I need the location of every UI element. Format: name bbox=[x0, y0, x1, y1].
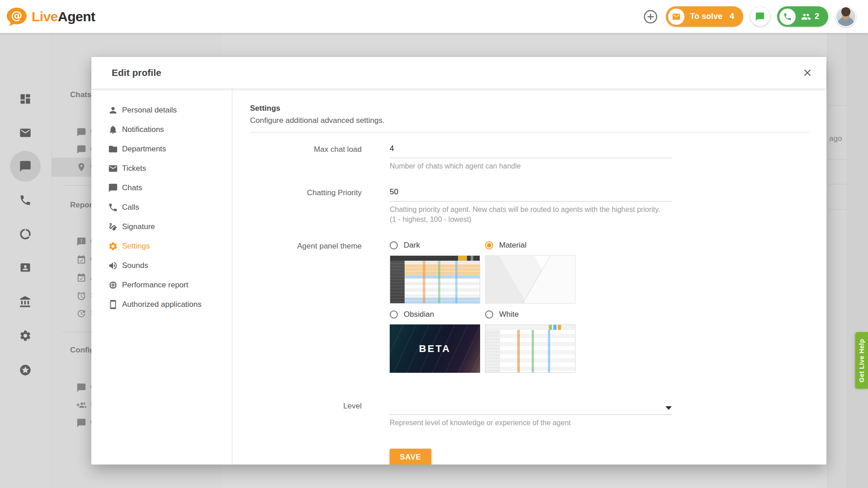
theme-obsidian-thumbnail[interactable]: BETA bbox=[390, 324, 480, 373]
thumbnail-rows bbox=[500, 330, 575, 372]
settings-subheading: Configure additional advanced settings. bbox=[250, 116, 809, 125]
menu-item-label: Performance report bbox=[122, 281, 188, 290]
theme-option-label: Material bbox=[499, 241, 526, 250]
level-helper: Represent level of knowledge or experien… bbox=[390, 418, 661, 428]
brand-live: Live bbox=[32, 9, 58, 24]
chats-button[interactable] bbox=[750, 7, 770, 26]
theme-white-thumbnail[interactable] bbox=[485, 324, 576, 373]
user-avatar[interactable] bbox=[835, 6, 856, 27]
bell-icon bbox=[108, 125, 118, 135]
theme-material-thumbnail[interactable] bbox=[485, 255, 576, 304]
liveagent-bubble-icon: @ bbox=[6, 7, 27, 26]
modal-header: Edit profile bbox=[91, 57, 826, 89]
thumbnail-sidebar bbox=[486, 330, 500, 372]
get-live-help-tab[interactable]: Get Live Help bbox=[855, 332, 868, 389]
chatting-priority-label: Chatting Priority bbox=[250, 188, 362, 197]
to-solve-label: To solve bbox=[690, 12, 722, 21]
menu-item-signature[interactable]: Signature bbox=[91, 217, 232, 236]
close-icon bbox=[802, 68, 812, 78]
calls-count: 2 bbox=[815, 12, 819, 21]
level-label: Level bbox=[250, 401, 362, 411]
menu-item-settings[interactable]: Settings bbox=[91, 236, 232, 256]
chat-icon bbox=[108, 183, 118, 193]
person-icon bbox=[108, 105, 118, 115]
agent-panel-theme-row: Agent panel theme Dark Material bbox=[250, 241, 809, 379]
chat-icon bbox=[755, 12, 765, 22]
thumbnail-topbar bbox=[486, 325, 575, 330]
close-button[interactable] bbox=[799, 65, 816, 81]
menu-item-label: Notifications bbox=[122, 125, 164, 134]
theme-option-material[interactable]: Material bbox=[485, 241, 580, 250]
max-chat-load-label: Max chat load bbox=[250, 144, 362, 154]
add-button[interactable] bbox=[642, 9, 659, 25]
to-solve-envelope-circle bbox=[668, 9, 684, 25]
menu-item-label: Chats bbox=[122, 183, 142, 192]
people-icon bbox=[801, 12, 811, 22]
beta-badge: BETA bbox=[419, 343, 451, 355]
menu-item-label: Settings bbox=[122, 242, 150, 251]
level-row: Level Represent level of knowledge or ex… bbox=[250, 401, 809, 428]
menu-item-label: Authorized applications bbox=[122, 300, 202, 309]
menu-item-performance-report[interactable]: Performance report bbox=[91, 275, 232, 295]
envelope-icon bbox=[672, 12, 681, 21]
folder-icon bbox=[108, 144, 118, 154]
theme-option-label: Dark bbox=[404, 241, 420, 250]
modal-title: Edit profile bbox=[112, 67, 161, 78]
menu-item-departments[interactable]: Departments bbox=[91, 139, 232, 159]
theme-option-obsidian[interactable]: Obsidian bbox=[390, 310, 485, 319]
menu-item-calls[interactable]: Calls bbox=[91, 197, 232, 217]
calls-phone-circle bbox=[779, 9, 796, 25]
envelope-icon bbox=[108, 164, 118, 174]
chip-icon bbox=[108, 280, 118, 290]
radio-material-selected[interactable] bbox=[485, 241, 493, 249]
max-chat-load-input[interactable]: 4 bbox=[390, 144, 672, 158]
smartphone-icon bbox=[108, 300, 118, 310]
menu-item-sounds[interactable]: Sounds bbox=[91, 256, 232, 275]
signature-icon bbox=[108, 222, 118, 232]
to-solve-count: 4 bbox=[730, 12, 734, 21]
menu-item-label: Calls bbox=[122, 203, 139, 212]
chatting-priority-row: Chatting Priority 50 Chatting priority o… bbox=[250, 188, 809, 225]
brand-text: LiveAgent bbox=[32, 9, 95, 24]
menu-item-label: Signature bbox=[122, 222, 155, 231]
level-select[interactable] bbox=[390, 401, 672, 415]
agent-panel-theme-label: Agent panel theme bbox=[250, 241, 362, 251]
menu-item-authorized-applications[interactable]: Authorized applications bbox=[91, 295, 232, 314]
to-solve-button[interactable]: To solve 4 bbox=[666, 6, 743, 27]
profile-menu: Personal details Notifications Departmen… bbox=[91, 89, 232, 465]
chatting-priority-input[interactable]: 50 bbox=[390, 188, 672, 202]
settings-panel: Settings Configure additional advanced s… bbox=[232, 89, 826, 465]
radio-dark[interactable] bbox=[390, 241, 398, 249]
get-live-help-label: Get Live Help bbox=[858, 339, 865, 382]
theme-dark-thumbnail[interactable] bbox=[390, 255, 480, 304]
thumbnail-topbar bbox=[390, 256, 480, 261]
max-chat-load-row: Max chat load 4 Number of chats which ag… bbox=[250, 144, 809, 171]
speaker-icon bbox=[108, 261, 118, 271]
calls-button[interactable]: 2 bbox=[777, 6, 828, 27]
theme-option-label: White bbox=[499, 310, 519, 319]
menu-item-label: Departments bbox=[122, 145, 166, 154]
menu-item-label: Personal details bbox=[122, 106, 177, 115]
menu-item-notifications[interactable]: Notifications bbox=[91, 120, 232, 139]
divider bbox=[250, 132, 809, 132]
radio-obsidian[interactable] bbox=[390, 310, 398, 319]
thumbnail-sidebar bbox=[390, 261, 405, 303]
settings-heading: Settings bbox=[250, 104, 809, 113]
gear-icon bbox=[108, 241, 118, 251]
svg-text:@: @ bbox=[11, 9, 23, 22]
radio-white[interactable] bbox=[485, 310, 493, 319]
app-header: @ LiveAgent To solve 4 bbox=[0, 0, 868, 33]
menu-item-label: Tickets bbox=[122, 164, 146, 173]
menu-item-chats[interactable]: Chats bbox=[91, 178, 232, 197]
menu-item-label: Sounds bbox=[122, 261, 148, 270]
liveagent-logo[interactable]: @ LiveAgent bbox=[6, 7, 95, 26]
edit-profile-modal: Edit profile Personal details Notificati… bbox=[91, 57, 826, 465]
menu-item-tickets[interactable]: Tickets bbox=[91, 159, 232, 178]
phone-icon bbox=[783, 12, 792, 21]
menu-item-personal-details[interactable]: Personal details bbox=[91, 100, 232, 120]
phone-icon bbox=[108, 202, 118, 212]
theme-option-dark[interactable]: Dark bbox=[390, 241, 485, 250]
theme-option-white[interactable]: White bbox=[485, 310, 580, 319]
save-button[interactable]: SAVE bbox=[390, 449, 431, 465]
thumbnail-rows bbox=[405, 261, 480, 303]
